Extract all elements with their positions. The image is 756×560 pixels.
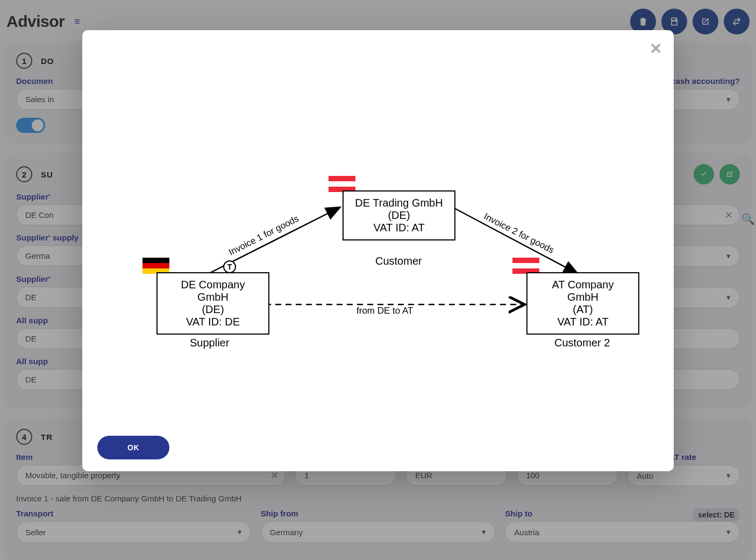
transaction-diagram: T Invoice 1 for goods Invoice 2 for good… [104,127,652,364]
transport-marker: T [223,260,236,273]
close-icon[interactable]: ✕ [650,40,662,58]
ok-button[interactable]: OK [97,436,169,459]
svg-rect-6 [329,176,355,181]
node-customer2: AT Company GmbH (AT) VAT ID: AT [526,272,639,335]
svg-rect-7 [329,181,355,187]
edge-label: from DE to AT [356,306,413,316]
node-supplier: DE Company GmbH (DE) VAT ID: DE [156,272,269,335]
role-label: Customer [375,255,422,267]
svg-rect-3 [142,258,169,263]
diagram-modal: ✕ T Invoice 1 for goods Invoice 2 for go… [82,30,674,471]
node-customer: DE Trading GmbH (DE) VAT ID: AT [343,190,455,240]
role-label: Customer 2 [554,337,610,349]
svg-rect-10 [512,263,539,268]
svg-rect-4 [142,263,169,268]
role-label: Supplier [190,337,229,349]
svg-rect-9 [512,258,539,263]
